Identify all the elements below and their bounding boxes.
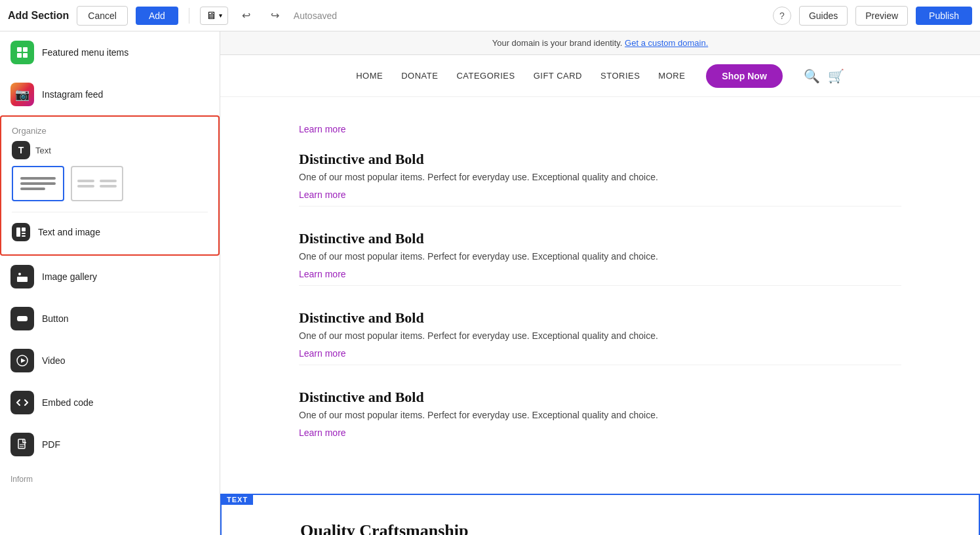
sidebar-item-embed-code-label: Embed code <box>42 397 94 408</box>
sidebar-item-pdf[interactable]: PDF <box>0 424 220 466</box>
sidebar-item-text-and-image[interactable]: Text and image <box>1 215 218 249</box>
col-line <box>77 180 94 182</box>
main-area: Featured menu items 📷 Instagram feed Org… <box>0 31 980 535</box>
nav-link-gift-card[interactable]: GIFT CARD <box>534 71 582 81</box>
sidebar-item-video-label: Video <box>42 355 66 366</box>
product-title-3: Distinctive and Bold <box>299 309 901 327</box>
sidebar-item-featured-menu-items[interactable]: Featured menu items <box>0 31 220 73</box>
pdf-icon <box>10 433 34 456</box>
cart-icon[interactable]: 🛒 <box>828 68 844 84</box>
sidebar-item-image-gallery[interactable]: Image gallery <box>0 256 220 298</box>
learn-more-link-3[interactable]: Learn more <box>299 348 346 359</box>
sidebar-item-video[interactable]: Video <box>0 340 220 382</box>
svg-marker-12 <box>21 359 26 363</box>
redo-button[interactable]: ↪ <box>265 5 286 26</box>
text-layout-option-full[interactable] <box>12 166 64 201</box>
nav-link-categories[interactable]: CATEGORIES <box>456 71 515 81</box>
sidebar-item-instagram-feed[interactable]: 📷 Instagram feed <box>0 73 220 115</box>
page-content: Learn more Distinctive and Bold One of o… <box>220 97 980 494</box>
device-selector[interactable]: 🖥 ▾ <box>200 7 228 25</box>
text-line-long <box>20 177 56 180</box>
product-desc-4: One of our most popular items. Perfect f… <box>299 410 901 420</box>
svg-point-8 <box>18 273 21 275</box>
nav-icons: 🔍 🛒 <box>804 68 844 84</box>
sidebar-item-pdf-label: PDF <box>42 439 60 450</box>
svg-rect-1 <box>23 47 28 52</box>
separator <box>189 8 189 24</box>
text-line-short <box>20 188 45 190</box>
product-section-3: Distinctive and Bold One of our most pop… <box>299 309 901 365</box>
preview-button[interactable]: Preview <box>855 6 908 26</box>
inform-section-label: Inform <box>0 466 220 488</box>
svg-rect-10 <box>17 316 28 321</box>
svg-rect-3 <box>23 53 28 58</box>
sidebar-item-featured-menu-items-label: Featured menu items <box>42 47 128 58</box>
text-subsection: T Text <box>1 141 218 209</box>
product-desc-2: One of our most popular items. Perfect f… <box>299 251 901 262</box>
guides-button[interactable]: Guides <box>799 6 848 26</box>
custom-domain-link[interactable]: Get a custom domain. <box>625 38 708 48</box>
sidebar-item-embed-code[interactable]: Embed code <box>0 382 220 424</box>
image-gallery-icon <box>10 265 34 288</box>
product-desc-1: One of our most popular items. Perfect f… <box>299 172 901 182</box>
text-section-title: Quality Craftsmanship <box>300 521 900 535</box>
text-line-long <box>20 182 56 185</box>
nav-bar: HOME DONATE CATEGORIES GIFT CARD STORIES… <box>220 55 980 97</box>
learn-more-link-1[interactable]: Learn more <box>299 189 346 200</box>
chevron-down-icon: ▾ <box>219 12 222 19</box>
product-title-1: Distinctive and Bold <box>299 151 901 168</box>
search-icon[interactable]: 🔍 <box>804 68 820 84</box>
svg-rect-4 <box>16 228 20 237</box>
learn-more-link-top[interactable]: Learn more <box>299 124 346 134</box>
learn-more-link-2[interactable]: Learn more <box>299 269 346 279</box>
text-image-icon <box>12 223 30 241</box>
svg-rect-2 <box>17 53 22 58</box>
product-title-2: Distinctive and Bold <box>299 230 901 247</box>
nav-link-donate[interactable]: DONATE <box>401 71 438 81</box>
col-line <box>100 180 117 182</box>
nav-link-more[interactable]: MORE <box>658 71 685 81</box>
embed-code-icon <box>10 391 34 414</box>
product-section-1: Distinctive and Bold One of our most pop… <box>299 151 901 207</box>
svg-rect-5 <box>22 228 26 231</box>
svg-rect-0 <box>17 47 22 52</box>
domain-notice-text: Your domain is your brand identity. <box>492 38 623 48</box>
domain-notice: Your domain is your brand identity. Get … <box>220 31 980 55</box>
sidebar-item-text-and-image-label: Text and image <box>38 227 100 237</box>
text-layout-options <box>12 166 208 201</box>
sidebar-item-button-label: Button <box>42 313 68 324</box>
col-line <box>100 185 117 188</box>
organize-label: Organize <box>1 117 218 141</box>
product-title-4: Distinctive and Bold <box>299 389 901 406</box>
content-area: Your domain is your brand identity. Get … <box>220 31 980 535</box>
help-button[interactable]: ? <box>773 7 791 25</box>
text-subsection-label: T Text <box>12 141 208 159</box>
sidebar-item-button[interactable]: Button <box>0 298 220 340</box>
col-line <box>77 185 94 188</box>
autosaved-status: Autosaved <box>294 10 337 21</box>
product-section-2: Distinctive and Bold One of our most pop… <box>299 230 901 286</box>
nav-links: HOME DONATE CATEGORIES GIFT CARD STORIES… <box>356 71 685 81</box>
video-icon <box>10 349 34 372</box>
monitor-icon: 🖥 <box>206 10 216 22</box>
undo-button[interactable]: ↩ <box>236 5 257 26</box>
product-desc-3: One of our most popular items. Perfect f… <box>299 330 901 341</box>
cancel-button[interactable]: Cancel <box>77 6 128 26</box>
text-section-highlighted: TEXT Quality Craftsmanship Distinctive a… <box>220 494 980 535</box>
nav-link-home[interactable]: HOME <box>356 71 383 81</box>
publish-button[interactable]: Publish <box>916 7 972 25</box>
organize-divider <box>12 212 208 212</box>
product-section-4: Distinctive and Bold One of our most pop… <box>299 389 901 444</box>
text-icon: T <box>12 141 30 159</box>
button-icon <box>10 307 34 330</box>
top-toolbar: Add Section Cancel Add 🖥 ▾ ↩ ↪ Autosaved… <box>0 0 980 31</box>
page-title: Add Section <box>8 10 69 22</box>
nav-link-stories[interactable]: STORIES <box>600 71 640 81</box>
instagram-icon: 📷 <box>10 83 34 106</box>
sidebar: Featured menu items 📷 Instagram feed Org… <box>0 31 220 535</box>
add-button[interactable]: Add <box>136 7 178 25</box>
text-layout-option-columns[interactable] <box>71 166 123 201</box>
shop-now-button[interactable]: Shop Now <box>706 64 782 88</box>
learn-more-link-4[interactable]: Learn more <box>299 427 346 438</box>
svg-rect-7 <box>22 235 26 237</box>
